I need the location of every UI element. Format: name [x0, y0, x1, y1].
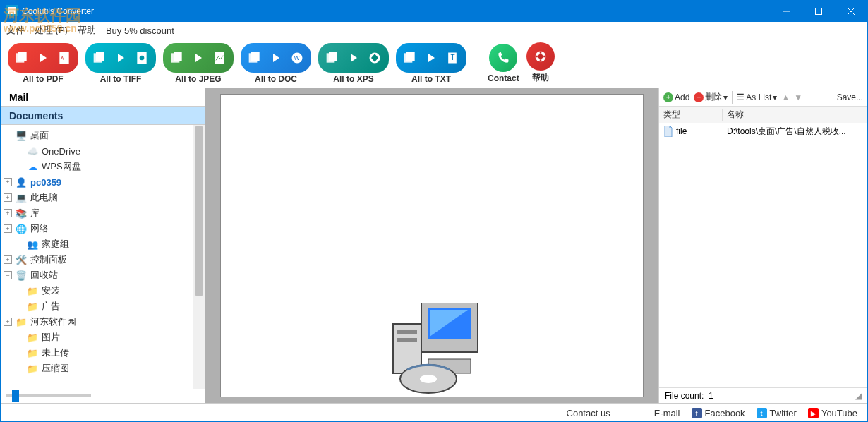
svg-rect-6	[18, 52, 27, 61]
file-row[interactable]: file D:\tools\桌面\广告\自然人税收...	[659, 123, 867, 139]
all-to-jpeg-button[interactable]: All to JPEG	[163, 43, 234, 84]
svg-text:A: A	[61, 56, 64, 61]
menubar: 文件 处理 (P) 帮助 Buy 5% discount	[1, 22, 867, 39]
tree-scrollbar[interactable]	[193, 125, 205, 389]
expand-icon[interactable]: +	[4, 255, 12, 264]
right-panel: +Add −删除▾ ☰As List▾ ▲ ▼ Save... 类型 名称 fi…	[658, 88, 867, 403]
up-button[interactable]: ▲	[781, 92, 790, 102]
titlebar: Coolutils Converter	[1, 1, 867, 22]
menu-buy[interactable]: Buy 5% discount	[106, 25, 174, 36]
preview-page	[220, 94, 644, 397]
folder-tree[interactable]: 🖥️桌面 ☁️OneDrive ☁WPS网盘 +👤pc0359 +💻此电脑 +📚…	[1, 125, 205, 389]
tab-documents[interactable]: Documents	[1, 107, 205, 125]
files-icon	[325, 51, 339, 65]
zoom-slider[interactable]	[1, 389, 205, 403]
phone-icon	[496, 51, 510, 65]
files-icon	[92, 51, 107, 65]
installer-icon	[379, 303, 485, 397]
save-button[interactable]: Save...	[837, 92, 863, 102]
down-button[interactable]: ▼	[794, 92, 802, 102]
expand-icon[interactable]: +	[4, 193, 12, 202]
svg-rect-21	[329, 52, 337, 61]
contact-us-link[interactable]: Contact us	[567, 408, 610, 418]
folder-icon: 📁	[26, 301, 39, 312]
folder-icon: 📁	[26, 348, 39, 358]
folder-icon: 📁	[15, 317, 28, 327]
svg-text:W: W	[294, 54, 300, 61]
file-count-bar: File count: 1 ◢	[659, 387, 867, 403]
youtube-icon: ▶	[808, 408, 819, 418]
contact-button[interactable]: Contact	[488, 44, 519, 83]
svg-rect-10	[96, 52, 104, 61]
expand-icon[interactable]: +	[4, 178, 12, 186]
svg-rect-33	[397, 330, 417, 334]
library-icon: 📚	[15, 208, 28, 219]
monitor-icon: 🖥️	[15, 131, 28, 141]
expand-icon[interactable]: +	[4, 209, 12, 217]
file-list[interactable]: file D:\tools\桌面\广告\自然人税收...	[659, 123, 867, 387]
files-icon	[403, 51, 417, 65]
all-to-xps-button[interactable]: All to XPS	[318, 43, 389, 84]
folder-icon: 📁	[26, 332, 39, 343]
svg-rect-34	[397, 338, 417, 342]
col-name[interactable]: 名称	[723, 109, 867, 121]
facebook-link[interactable]: fFacebook	[692, 408, 745, 418]
user-icon: 👤	[15, 177, 28, 188]
svg-point-36	[420, 375, 437, 383]
folder-icon: 📁	[26, 286, 39, 296]
svg-rect-2	[816, 8, 822, 15]
minimize-button[interactable]	[770, 1, 802, 22]
youtube-link[interactable]: ▶YouTube	[808, 408, 857, 418]
controlpanel-icon: 🛠️	[15, 255, 28, 265]
svg-rect-24	[406, 52, 415, 61]
all-to-tiff-button[interactable]: All to TIFF	[85, 43, 156, 84]
menu-process[interactable]: 处理 (P)	[35, 24, 68, 37]
network-icon: 🌐	[15, 224, 28, 234]
file-icon	[663, 126, 673, 137]
onedrive-icon: ☁️	[26, 146, 39, 157]
twitter-link[interactable]: tTwitter	[757, 408, 797, 418]
pdf-icon: A	[57, 51, 71, 65]
svg-text:T: T	[451, 54, 455, 61]
txt-icon: T	[445, 51, 459, 65]
resize-grip-icon[interactable]: ◢	[855, 391, 862, 401]
expand-icon[interactable]: −	[4, 271, 12, 279]
svg-rect-14	[174, 52, 182, 61]
help-button[interactable]: 帮助	[526, 42, 555, 84]
tab-mail[interactable]: Mail	[1, 88, 205, 107]
expand-icon[interactable]: +	[4, 224, 12, 233]
cloud-icon: ☁	[26, 162, 39, 172]
statusbar: Contact us E-mail fFacebook tTwitter ▶Yo…	[1, 403, 867, 422]
all-to-txt-button[interactable]: T All to TXT	[396, 43, 466, 84]
svg-point-28	[538, 54, 543, 59]
menu-file[interactable]: 文件	[6, 24, 25, 37]
aslist-button[interactable]: ☰As List▾	[737, 92, 777, 102]
tiff-icon	[135, 51, 149, 65]
add-button[interactable]: +Add	[663, 92, 689, 102]
left-panel: Mail Documents 🖥️桌面 ☁️OneDrive ☁WPS网盘 +👤…	[1, 88, 205, 403]
xps-icon	[368, 51, 382, 65]
twitter-icon: t	[757, 408, 767, 418]
files-icon	[170, 51, 184, 65]
files-icon	[15, 51, 29, 65]
col-type[interactable]: 类型	[659, 109, 723, 121]
maximize-button[interactable]	[802, 1, 835, 22]
files-icon	[248, 51, 262, 65]
right-toolbar: +Add −删除▾ ☰As List▾ ▲ ▼ Save...	[659, 88, 867, 107]
all-to-doc-button[interactable]: W All to DOC	[241, 43, 311, 84]
close-button[interactable]	[835, 1, 867, 22]
toolbar: A All to PDF All to TIFF All to JPEG W A…	[1, 39, 867, 88]
delete-button[interactable]: −删除▾	[694, 91, 728, 103]
all-to-pdf-button[interactable]: A All to PDF	[8, 43, 78, 84]
dropdown-icon: ▾	[723, 92, 728, 102]
folder-icon: 📁	[26, 363, 39, 374]
svg-point-12	[140, 55, 145, 60]
menu-help[interactable]: 帮助	[78, 24, 96, 37]
email-link[interactable]: E-mail	[654, 408, 680, 418]
expand-icon[interactable]: +	[4, 318, 12, 326]
app-icon	[6, 5, 18, 18]
doc-icon: W	[290, 51, 304, 65]
lifebuoy-icon	[534, 49, 548, 64]
facebook-icon: f	[692, 408, 702, 418]
dropdown-icon: ▾	[773, 92, 777, 102]
